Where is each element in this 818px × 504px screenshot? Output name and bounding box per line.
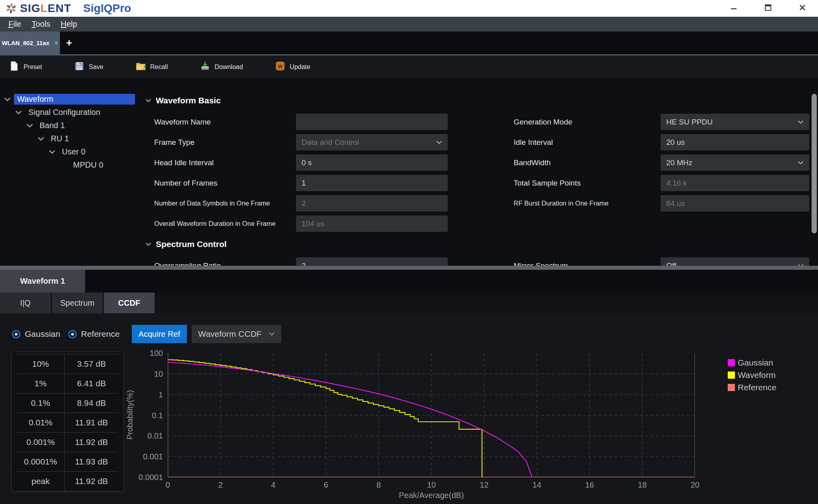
tab-ccdf[interactable]: CCDF: [104, 293, 155, 313]
update-button[interactable]: WUpdate: [275, 61, 310, 73]
toolbar: PresetSaveRecallDownloadWUpdate: [0, 55, 818, 78]
field-value: 20 MHz: [666, 158, 692, 167]
stats-probability: peak: [17, 472, 65, 491]
field-value: Off: [666, 261, 676, 266]
field-bandwidth-select[interactable]: 20 MHz: [661, 154, 809, 171]
radio-group: GaussianReference: [12, 329, 128, 339]
brand-text: SIGLENT: [20, 2, 71, 15]
field-number-of-frames-input[interactable]: 1: [296, 175, 448, 191]
stats-probability: 10%: [17, 354, 65, 374]
field-value: 0 s: [302, 158, 312, 167]
stats-value: 11.92 dB: [65, 472, 118, 491]
field-label-waveform-name: Waveform Name: [154, 114, 296, 130]
preset-button[interactable]: Preset: [9, 61, 42, 73]
tree-item-ru-1[interactable]: RU 1: [0, 132, 143, 145]
chevron-down-icon: [798, 161, 804, 165]
vertical-scrollbar[interactable]: [812, 94, 817, 233]
tab-i-q[interactable]: I|Q: [0, 293, 51, 313]
field-mirror-spectrum-select[interactable]: Off: [661, 257, 809, 266]
field-waveform-name-input[interactable]: [296, 114, 448, 130]
field-label-bandwidth: BandWidth: [514, 154, 661, 171]
field-number-of-data-symbols-in-one-frame-input[interactable]: 2: [296, 195, 448, 211]
field-label-oversampling-ratio: Oversampling Ratio: [154, 257, 296, 266]
field-generation-mode-select[interactable]: HE SU PPDU: [661, 114, 809, 130]
field-frame-type-select[interactable]: Data and Control: [296, 134, 448, 150]
maximize-button[interactable]: [762, 2, 774, 14]
configuration-panel: WaveformSignal ConfigurationBand 1RU 1Us…: [0, 78, 818, 266]
legend-item-reference: Reference: [728, 383, 776, 392]
tree-item-waveform[interactable]: Waveform: [0, 93, 143, 106]
panel-splitter[interactable]: [0, 266, 818, 270]
field-value: 104 us: [302, 219, 324, 228]
stats-row: 10%3.57 dB: [17, 354, 118, 374]
field-label-head-idle-interval: Head Idle Interval: [154, 154, 296, 171]
recall-button[interactable]: Recall: [135, 61, 168, 73]
toolbar-button-label: Download: [214, 63, 243, 71]
waveform-tab-label: Waveform 1: [20, 277, 65, 286]
x-tick-label: 18: [630, 480, 654, 490]
field-oversampling-ratio-input[interactable]: 2: [296, 257, 448, 266]
minimize-button[interactable]: [728, 2, 740, 14]
stats-value: 8.94 dB: [65, 393, 118, 413]
analysis-panel: Waveform 1 I|QSpectrumCCDF GaussianRefer…: [0, 270, 818, 504]
tree-item-label: Signal Configuration: [25, 107, 103, 118]
stats-value: 11.91 dB: [65, 413, 118, 432]
chevron-down-icon: [269, 332, 275, 336]
stats-row: peak11.92 dB: [17, 472, 118, 491]
series-gaussian: [168, 362, 532, 477]
chevron-down-icon: [4, 97, 11, 102]
close-icon[interactable]: ×: [54, 39, 58, 47]
tree-item-user-0[interactable]: User 0: [0, 145, 143, 158]
tree-item-label: MPDU 0: [70, 160, 107, 170]
menu-item-tools[interactable]: Tools: [26, 20, 56, 29]
update-icon: W: [275, 61, 286, 73]
stats-row: 0.01%11.91 dB: [17, 413, 118, 433]
x-tick-label: 16: [578, 480, 602, 490]
ccdf-controls: GaussianReference Acquire Ref Waveform C…: [12, 325, 281, 343]
field-label-total-sample-points: Total Sample Points: [514, 175, 661, 191]
tree-item-label: Waveform: [14, 94, 135, 105]
tab-spectrum[interactable]: Spectrum: [52, 293, 103, 313]
field-rf-burst-duration-in-one-frame-input[interactable]: 84 us: [661, 195, 809, 211]
download-button[interactable]: Download: [200, 61, 243, 73]
tab-wlan-802-11ax[interactable]: WLAN_802_11ax ×: [0, 32, 60, 54]
field-label-frame-type: Frame Type: [154, 134, 296, 150]
tree-item-mpdu-0[interactable]: MPDU 0: [0, 158, 143, 172]
radio-label: Gaussian: [25, 329, 60, 339]
legend-item-waveform: Waveform: [728, 371, 776, 379]
chevron-down-icon: [26, 123, 33, 128]
save-button[interactable]: Save: [74, 61, 103, 73]
ccdf-stats-box: 10%3.57 dB1%6.41 dB0.1%8.94 dB0.01%11.91…: [11, 352, 124, 492]
menu-item-file[interactable]: File: [3, 20, 26, 29]
section-title: Spectrum Control: [156, 239, 226, 249]
radio-label: Reference: [81, 329, 120, 339]
close-button[interactable]: [796, 2, 808, 14]
x-tick-label: 10: [419, 480, 443, 490]
tree-item-band-1[interactable]: Band 1: [0, 119, 143, 132]
series-waveform: [168, 360, 482, 478]
ccdf-source-select[interactable]: Waveform CCDF: [192, 325, 281, 343]
section-header-waveform-basic[interactable]: Waveform Basic: [145, 93, 818, 108]
radio-gaussian[interactable]: [12, 330, 20, 338]
acquire-ref-button[interactable]: Acquire Ref: [132, 325, 187, 343]
field-overall-waveform-duration-in-one-frame-input[interactable]: 104 us: [296, 215, 448, 232]
ccdf-stats-table: 10%3.57 dB1%6.41 dB0.1%8.94 dB0.01%11.91…: [17, 354, 118, 491]
menu-item-help[interactable]: Help: [56, 20, 82, 29]
column-gap: [448, 114, 514, 130]
tree-item-signal-configuration[interactable]: Signal Configuration: [0, 106, 143, 119]
ccdf-source-value: Waveform CCDF: [198, 329, 262, 339]
radio-reference[interactable]: [68, 330, 77, 338]
legend-swatch-icon: [728, 384, 735, 391]
section-header-spectrum-control[interactable]: Spectrum Control: [145, 237, 818, 251]
field-value: 4.16 k: [666, 179, 687, 188]
tab-waveform-1[interactable]: Waveform 1: [0, 270, 85, 293]
y-tick-label: 10: [135, 370, 163, 379]
field-idle-interval-input[interactable]: 20 us: [661, 134, 809, 150]
field-total-sample-points-input[interactable]: 4.16 k: [661, 175, 809, 191]
titlebar: SIGLENT SigIQPro: [0, 0, 818, 17]
new-tab-button[interactable]: +: [60, 32, 78, 54]
x-tick-label: 20: [683, 480, 707, 490]
chevron-down-icon: [436, 140, 442, 144]
download-icon: [200, 61, 210, 73]
field-head-idle-interval-input[interactable]: 0 s: [296, 154, 448, 171]
